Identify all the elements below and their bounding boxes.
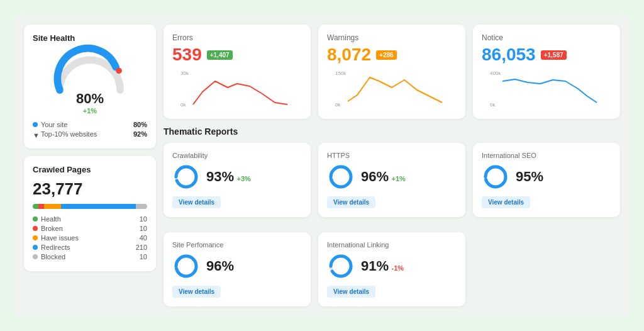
- thematic-title: Thematic Reports: [164, 126, 620, 137]
- site-performance-value-row: 96%: [172, 252, 302, 280]
- crawled-legend: Health 10 Broken 10 Have issues: [33, 215, 147, 261]
- broken-label: Broken: [41, 225, 63, 232]
- gauge-percent: 80%: [76, 91, 104, 107]
- international-seo-donut: [482, 163, 509, 191]
- svg-point-16: [331, 256, 351, 276]
- international-seo-value-row: 95%: [482, 163, 611, 191]
- top10-value: 92%: [133, 130, 147, 138]
- international-linking-view-details[interactable]: View details: [327, 286, 375, 298]
- crawled-pages-title: Crawled Pages: [33, 165, 147, 174]
- international-linking-percent: 91%: [361, 258, 389, 274]
- https-card: HTTPS 96% +1% View details: [318, 143, 465, 217]
- international-linking-card: International Linking 91% -1% View detai…: [318, 232, 465, 306]
- svg-text:400k: 400k: [490, 70, 501, 76]
- left-column: Site Health 80% +1%: [24, 25, 156, 306]
- crawled-legend-health: Health 10: [33, 215, 147, 223]
- crawlability-view-details[interactable]: View details: [172, 196, 221, 208]
- svg-point-10: [331, 167, 351, 187]
- site-health-title: Site Health: [33, 33, 147, 43]
- international-linking-delta: -1%: [392, 264, 404, 272]
- bar-blocked: [136, 204, 147, 209]
- health-value: 10: [140, 215, 147, 223]
- top10-label: Top-10% websites: [41, 130, 97, 138]
- blocked-value: 10: [140, 253, 147, 261]
- crawlability-delta: +3%: [237, 175, 251, 182]
- gauge-svg: [49, 48, 131, 93]
- errors-value-row: 539 +1,407: [172, 45, 302, 65]
- health-label: Health: [41, 215, 61, 223]
- issues-value: 40: [140, 234, 147, 242]
- site-performance-view-details[interactable]: View details: [172, 286, 221, 298]
- legend-your-site: Your site 80%: [33, 121, 147, 128]
- errors-card: Errors 539 +1,407 30k 0k: [164, 25, 311, 119]
- svg-text:0k: 0k: [180, 102, 186, 108]
- issues-dot: [33, 235, 38, 240]
- warnings-label: Warnings: [327, 33, 457, 42]
- https-delta: +1%: [392, 175, 406, 182]
- redirects-value: 210: [136, 244, 147, 251]
- metrics-row: Errors 539 +1,407 30k 0k Warnings 8,072 …: [164, 25, 620, 119]
- thematic-row1: Crawlability 93% +3% View details: [164, 143, 620, 225]
- https-percent: 96%: [361, 169, 389, 184]
- your-site-label: Your site: [41, 121, 67, 128]
- svg-point-0: [116, 68, 122, 74]
- your-site-value: 80%: [133, 121, 147, 128]
- your-site-dot: [33, 122, 38, 127]
- warnings-card: Warnings 8,072 +286 150k 0k: [318, 25, 465, 119]
- site-performance-title: Site Perfomance: [172, 241, 302, 249]
- crawlability-donut: [172, 163, 200, 191]
- thematic-section: Thematic Reports Crawlability 93% +3%: [164, 126, 620, 306]
- notice-value-row: 86,053 +1,587: [482, 45, 611, 65]
- international-linking-value-row: 91% -1%: [327, 252, 457, 280]
- international-seo-card: International SEO 95% View details: [473, 143, 620, 217]
- notice-chart: 400k 0k: [482, 70, 611, 108]
- svg-point-8: [176, 167, 196, 187]
- international-seo-title: International SEO: [482, 152, 611, 159]
- https-view-details[interactable]: View details: [327, 196, 375, 208]
- crawlability-card: Crawlability 93% +3% View details: [164, 143, 311, 217]
- blocked-label: Blocked: [41, 253, 65, 261]
- top10-icon: ▼: [33, 132, 38, 137]
- https-value-row: 96% +1%: [327, 163, 457, 191]
- crawlability-value-row: 93% +3%: [172, 163, 302, 191]
- health-dot: [33, 216, 38, 222]
- https-donut: [327, 163, 355, 191]
- international-seo-percent: 95%: [516, 169, 543, 184]
- broken-value: 10: [140, 225, 147, 232]
- notice-badge: +1,587: [541, 50, 567, 60]
- broken-dot: [33, 226, 38, 231]
- errors-value: 539: [172, 45, 202, 65]
- legend-top10: ▼ Top-10% websites 92%: [33, 130, 147, 138]
- bar-health: [33, 204, 38, 209]
- crawled-legend-blocked: Blocked 10: [33, 253, 147, 261]
- svg-text:0k: 0k: [490, 102, 496, 108]
- thematic-row2: Site Perfomance 96% View details I: [164, 232, 620, 306]
- redirects-label: Redirects: [41, 244, 70, 251]
- dashboard: Site Health 80% +1%: [14, 14, 630, 317]
- gauge-container: 80% +1%: [33, 48, 147, 115]
- blocked-dot: [33, 254, 38, 259]
- gauge-delta: +1%: [76, 107, 104, 115]
- crawled-legend-issues: Have issues 40: [33, 234, 147, 242]
- gauge-center: 80% +1%: [76, 91, 104, 115]
- errors-chart: 30k 0k: [172, 70, 302, 108]
- site-performance-donut: [172, 252, 200, 280]
- bar-stack: [33, 204, 147, 209]
- svg-point-14: [176, 256, 196, 276]
- bar-broken: [38, 204, 44, 209]
- international-seo-view-details[interactable]: View details: [482, 196, 530, 208]
- errors-label: Errors: [172, 33, 302, 42]
- crawlability-percent: 93%: [206, 169, 234, 184]
- notice-card: Notice 86,053 +1,587 400k 0k: [473, 25, 620, 119]
- site-health-legend: Your site 80% ▼ Top-10% websites 92%: [33, 121, 147, 138]
- crawled-legend-redirects: Redirects 210: [33, 244, 147, 251]
- warnings-badge: +286: [376, 50, 397, 60]
- crawled-pages-card: Crawled Pages 23,777 Health 10: [24, 156, 156, 271]
- svg-text:150k: 150k: [335, 70, 347, 76]
- bar-redirects: [61, 204, 135, 209]
- warnings-value: 8,072: [327, 45, 371, 65]
- errors-badge: +1,407: [207, 50, 233, 60]
- site-health-card: Site Health 80% +1%: [24, 25, 156, 149]
- notice-label: Notice: [482, 33, 611, 42]
- crawled-legend-broken: Broken 10: [33, 225, 147, 232]
